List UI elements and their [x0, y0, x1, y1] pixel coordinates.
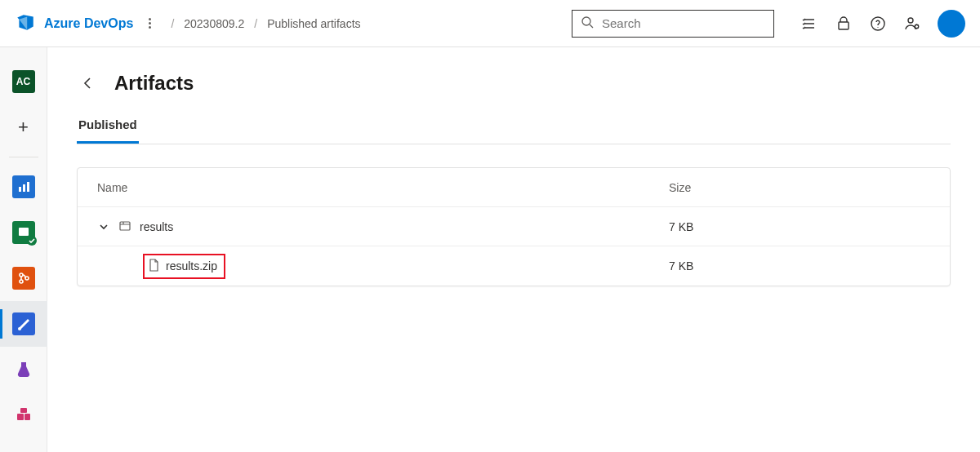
nav-test-plans[interactable] [0, 347, 47, 392]
artifacts-icon [12, 404, 35, 427]
help-icon[interactable] [862, 8, 893, 39]
repos-icon [12, 267, 35, 290]
svg-point-12 [20, 273, 23, 277]
new-item-button[interactable]: + [0, 104, 47, 150]
test-plans-icon [12, 358, 35, 381]
pipelines-icon [12, 312, 35, 335]
svg-rect-9 [27, 182, 29, 192]
main-content: Artifacts Published Name Size results [47, 47, 980, 452]
svg-point-0 [582, 17, 590, 25]
overview-icon [12, 175, 35, 198]
breadcrumb-item-current[interactable]: Published artifacts [267, 17, 360, 30]
svg-line-1 [590, 24, 593, 28]
user-avatar[interactable] [938, 10, 965, 38]
svg-rect-19 [120, 222, 130, 230]
breadcrumb-separator: / [254, 17, 257, 30]
search-icon [581, 16, 594, 31]
artifact-file-row[interactable]: results.zip 7 KB [78, 246, 950, 286]
file-size: 7 KB [669, 259, 930, 273]
project-button[interactable]: AC [0, 59, 47, 104]
artifact-row[interactable]: results 7 KB [78, 207, 950, 246]
nav-overview[interactable] [0, 164, 47, 210]
expand-toggle[interactable] [97, 222, 110, 232]
svg-point-13 [20, 280, 23, 283]
nav-boards[interactable] [0, 210, 47, 255]
user-settings-icon[interactable] [897, 8, 928, 39]
project-badge: AC [12, 70, 35, 93]
top-actions [794, 8, 965, 39]
artifact-name: results [140, 220, 173, 233]
svg-rect-2 [839, 22, 849, 29]
tabs: Published [77, 117, 951, 144]
package-icon [118, 219, 131, 234]
kebab-icon [149, 18, 151, 29]
breadcrumb-separator: / [171, 17, 174, 30]
back-button[interactable] [77, 72, 100, 95]
product-name: Azure DevOps [44, 16, 133, 31]
column-header-size[interactable]: Size [669, 181, 930, 194]
svg-point-4 [877, 26, 878, 27]
chevron-down-icon [99, 222, 109, 232]
sidebar-divider [9, 157, 38, 157]
page-title: Artifacts [114, 72, 194, 95]
left-sidebar: AC + [0, 47, 47, 452]
file-name: results.zip [166, 259, 217, 273]
svg-point-15 [18, 327, 21, 330]
nav-artifacts[interactable] [0, 392, 47, 438]
search-box[interactable] [572, 10, 774, 38]
page-titlebar: Artifacts [77, 72, 951, 95]
svg-rect-18 [20, 408, 27, 413]
svg-rect-10 [19, 228, 29, 236]
azure-devops-icon [15, 11, 36, 35]
azure-devops-logo[interactable]: Azure DevOps [15, 11, 133, 35]
org-switcher-button[interactable] [138, 12, 161, 35]
nav-repos[interactable] [0, 255, 47, 301]
search-input[interactable] [602, 16, 765, 30]
breadcrumb-item-build[interactable]: 20230809.2 [184, 17, 244, 30]
svg-rect-8 [23, 184, 25, 192]
marketplace-icon[interactable] [828, 8, 859, 39]
artifacts-table: Name Size results 7 KB [77, 167, 951, 286]
artifact-size: 7 KB [669, 220, 930, 233]
nav-pipelines[interactable] [0, 301, 47, 347]
file-icon [148, 259, 159, 274]
svg-point-5 [908, 18, 913, 23]
svg-rect-16 [17, 414, 24, 420]
work-items-icon[interactable] [794, 8, 825, 39]
topbar: Azure DevOps / 20230809.2 / Published ar… [0, 0, 980, 47]
boards-icon [12, 221, 35, 244]
breadcrumb: / 20230809.2 / Published artifacts [171, 17, 360, 30]
table-header: Name Size [78, 168, 950, 207]
column-header-name[interactable]: Name [97, 181, 669, 194]
tab-published[interactable]: Published [77, 117, 139, 144]
highlighted-file: results.zip [143, 254, 225, 279]
svg-rect-7 [19, 187, 21, 192]
svg-rect-17 [24, 414, 30, 420]
